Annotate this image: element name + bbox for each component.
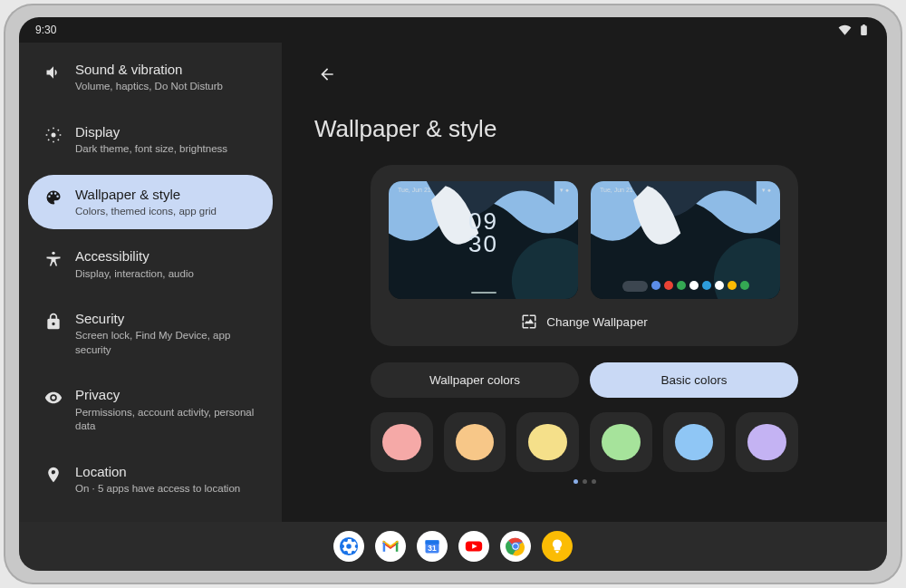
page-dot bbox=[573, 479, 578, 484]
sidebar-item-key[interactable]: Passwords & accountsSaved passwords, aut… bbox=[28, 514, 273, 522]
accessibility-icon bbox=[44, 250, 63, 268]
color-circle bbox=[382, 424, 421, 461]
preview-date: Tue, Jun 21 bbox=[600, 187, 633, 194]
color-circle bbox=[747, 424, 786, 461]
lockscreen-preview[interactable]: Tue, Jun 21▾ ● 09 30 bbox=[389, 181, 578, 299]
sidebar-item-subtitle: Screen lock, Find My Device, app securit… bbox=[75, 329, 258, 357]
privacy-icon bbox=[44, 389, 63, 407]
lockscreen-clock: 09 30 bbox=[389, 210, 578, 255]
svg-text:31: 31 bbox=[428, 544, 437, 553]
lock-icon bbox=[44, 313, 63, 331]
tab-basic-colors[interactable]: Basic colors bbox=[590, 362, 798, 398]
svg-point-2 bbox=[52, 132, 56, 137]
taskbar: 31 bbox=[19, 522, 887, 571]
page-dot bbox=[583, 479, 587, 484]
color-swatch-3[interactable] bbox=[590, 412, 652, 472]
sidebar-item-subtitle: On · 5 apps have access to location bbox=[75, 482, 258, 496]
tab-wallpaper-colors[interactable]: Wallpaper colors bbox=[371, 362, 579, 398]
battery-icon bbox=[857, 24, 871, 35]
change-wallpaper-label: Change Wallpaper bbox=[546, 315, 647, 329]
screen: 9:30 Sound & vibrationVolume, haptics, D… bbox=[19, 17, 887, 571]
settings-icon bbox=[339, 536, 359, 556]
palette-icon bbox=[44, 188, 63, 207]
sidebar-item-display[interactable]: DisplayDark theme, font size, brightness bbox=[28, 112, 273, 168]
color-swatches bbox=[371, 412, 798, 472]
settings-sidebar: Sound & vibrationVolume, haptics, Do Not… bbox=[19, 43, 282, 522]
status-bar: 9:30 bbox=[19, 17, 887, 43]
status-time: 9:30 bbox=[35, 24, 56, 36]
color-circle bbox=[602, 424, 641, 461]
sidebar-item-title: Sound & vibration bbox=[75, 61, 258, 79]
youtube-icon bbox=[464, 536, 484, 556]
taskbar-app-keep[interactable] bbox=[542, 531, 573, 562]
sidebar-item-subtitle: Permissions, account activity, personal … bbox=[75, 406, 258, 434]
change-wallpaper-button[interactable]: Change Wallpaper bbox=[521, 313, 647, 330]
color-tabs: Wallpaper colorsBasic colors bbox=[371, 362, 798, 398]
volume-icon bbox=[44, 63, 63, 82]
taskbar-app-gmail[interactable] bbox=[375, 531, 406, 562]
color-swatch-2[interactable] bbox=[516, 412, 579, 472]
sidebar-item-title: Accessibility bbox=[75, 247, 258, 265]
svg-rect-0 bbox=[861, 25, 867, 35]
wallpaper-card: Tue, Jun 21▾ ● 09 30 bbox=[371, 165, 798, 346]
keep-icon bbox=[548, 537, 566, 555]
homescreen-preview[interactable]: Tue, Jun 21▾ ● bbox=[591, 181, 780, 299]
page-dot bbox=[592, 479, 596, 484]
sidebar-item-title: Security bbox=[75, 310, 258, 328]
sidebar-item-privacy[interactable]: PrivacyPermissions, account activity, pe… bbox=[28, 375, 273, 444]
main-area: Sound & vibrationVolume, haptics, Do Not… bbox=[19, 43, 887, 522]
wallpaper-icon bbox=[521, 313, 537, 330]
color-swatch-5[interactable] bbox=[736, 412, 798, 472]
chrome-icon bbox=[506, 536, 525, 556]
sidebar-item-title: Wallpaper & style bbox=[75, 186, 258, 204]
svg-rect-1 bbox=[863, 24, 865, 26]
preview-dock bbox=[591, 281, 780, 292]
taskbar-app-youtube[interactable] bbox=[458, 531, 489, 562]
page-title: Wallpaper & style bbox=[314, 115, 854, 143]
sidebar-item-location[interactable]: LocationOn · 5 apps have access to locat… bbox=[28, 452, 273, 507]
sidebar-item-subtitle: Dark theme, font size, brightness bbox=[75, 142, 258, 157]
tablet-frame: 9:30 Sound & vibrationVolume, haptics, D… bbox=[5, 5, 901, 583]
display-icon bbox=[44, 126, 63, 144]
back-button[interactable] bbox=[314, 62, 340, 87]
taskbar-app-calendar[interactable]: 31 bbox=[417, 531, 448, 562]
arrow-back-icon bbox=[318, 65, 336, 83]
wifi-icon bbox=[838, 24, 852, 35]
color-swatch-1[interactable] bbox=[444, 412, 506, 472]
sidebar-item-title: Display bbox=[75, 123, 258, 141]
gmail-icon bbox=[381, 537, 400, 555]
preview-date: Tue, Jun 21 bbox=[398, 187, 431, 194]
taskbar-app-chrome[interactable] bbox=[500, 531, 531, 562]
sidebar-item-subtitle: Display, interaction, audio bbox=[75, 267, 258, 282]
location-icon bbox=[44, 466, 63, 484]
sidebar-item-accessibility[interactable]: AccessibilityDisplay, interaction, audio bbox=[28, 236, 273, 292]
svg-point-17 bbox=[513, 544, 518, 549]
color-swatch-4[interactable] bbox=[663, 412, 726, 472]
svg-point-3 bbox=[52, 252, 54, 255]
sidebar-item-title: Location bbox=[75, 463, 258, 481]
color-circle bbox=[456, 424, 495, 461]
sidebar-item-title: Privacy bbox=[75, 386, 258, 404]
calendar-icon: 31 bbox=[423, 537, 441, 555]
sidebar-item-palette[interactable]: Wallpaper & styleColors, themed icons, a… bbox=[28, 175, 273, 230]
color-swatch-0[interactable] bbox=[371, 412, 433, 472]
sidebar-item-volume[interactable]: Sound & vibrationVolume, haptics, Do Not… bbox=[28, 50, 273, 105]
color-circle bbox=[675, 424, 714, 461]
content-pane: Wallpaper & style Tue, Jun 21▾ ● bbox=[282, 43, 887, 522]
sidebar-item-subtitle: Colors, themed icons, app grid bbox=[75, 205, 258, 219]
taskbar-app-settings[interactable] bbox=[333, 531, 364, 562]
color-circle bbox=[528, 424, 567, 461]
sidebar-item-lock[interactable]: SecurityScreen lock, Find My Device, app… bbox=[28, 299, 273, 368]
page-indicator bbox=[314, 479, 854, 484]
sidebar-item-subtitle: Volume, haptics, Do Not Disturb bbox=[75, 80, 258, 94]
